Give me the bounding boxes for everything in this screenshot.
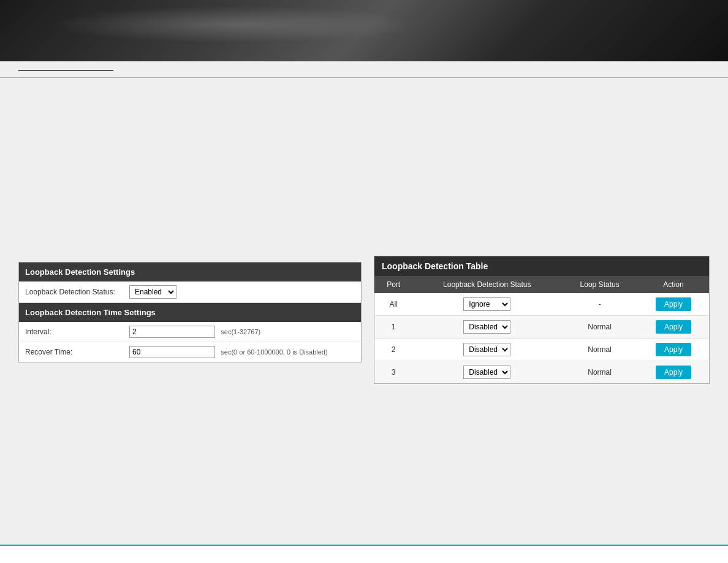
settings-title: Loopback Detection Settings	[19, 262, 361, 282]
status-select-1[interactable]: DisabledEnabledIgnore	[463, 320, 510, 334]
recover-row: Recover Time: sec(0 or 60-1000000, 0 is …	[19, 342, 361, 362]
port-cell-0: All	[374, 293, 412, 316]
status-select-3[interactable]: DisabledEnabledIgnore	[463, 366, 510, 379]
status-cell-2: DisabledEnabledIgnore	[412, 339, 561, 361]
table-row: 1DisabledEnabledIgnoreNormalApply	[374, 316, 709, 339]
table-row: 3DisabledEnabledIgnoreNormalApply	[374, 361, 709, 384]
interval-hint: sec(1-32767)	[221, 328, 260, 335]
interval-input[interactable]	[129, 326, 215, 338]
action-cell-3: Apply	[638, 361, 709, 384]
port-cell-3: 3	[374, 361, 412, 384]
loop-status-cell-2: Normal	[561, 339, 638, 361]
apply-button-3[interactable]: Apply	[656, 366, 691, 379]
status-cell-0: IgnoreDisabledEnabled	[412, 293, 561, 316]
status-cell-3: DisabledEnabledIgnore	[412, 361, 561, 384]
apply-button-2[interactable]: Apply	[656, 343, 691, 356]
loop-status-cell-1: Normal	[561, 316, 638, 339]
status-label: Loopback Detection Status:	[25, 288, 129, 296]
detection-table: Port Loopback Detection Status Loop Stat…	[374, 276, 709, 383]
status-select-2[interactable]: DisabledEnabledIgnore	[463, 343, 510, 356]
interval-label: Interval:	[25, 327, 129, 336]
status-row: Loopback Detection Status: Enabled Disab…	[19, 282, 361, 303]
nav-area	[0, 61, 728, 78]
interval-row: Interval: sec(1-32767)	[19, 322, 361, 342]
col-detection-status: Loopback Detection Status	[412, 276, 561, 293]
loop-status-cell-0: -	[561, 293, 638, 316]
detection-table-wrapper: Loopback Detection Table Port Loopback D…	[374, 256, 710, 384]
loop-status-cell-3: Normal	[561, 361, 638, 384]
table-header-row: Port Loopback Detection Status Loop Stat…	[374, 276, 709, 293]
recover-hint: sec(0 or 60-1000000, 0 is Disabled)	[221, 348, 327, 356]
col-loop-status: Loop Status	[561, 276, 638, 293]
col-port: Port	[374, 276, 412, 293]
footer	[0, 545, 728, 563]
header-banner	[0, 0, 728, 61]
time-settings-title: Loopback Detection Time Settings	[19, 303, 361, 322]
settings-box: Loopback Detection Settings Loopback Det…	[18, 262, 362, 362]
apply-button-0[interactable]: Apply	[656, 297, 691, 311]
detection-table-title: Loopback Detection Table	[374, 256, 709, 276]
recover-value-cell: sec(0 or 60-1000000, 0 is Disabled)	[129, 346, 355, 358]
action-cell-2: Apply	[638, 339, 709, 361]
table-row: AllIgnoreDisabledEnabled-Apply	[374, 293, 709, 316]
table-row: 2DisabledEnabledIgnoreNormalApply	[374, 339, 709, 361]
status-select[interactable]: Enabled Disabled	[129, 285, 176, 299]
apply-button-1[interactable]: Apply	[656, 320, 691, 334]
recover-input[interactable]	[129, 346, 215, 358]
status-cell-1: DisabledEnabledIgnore	[412, 316, 561, 339]
status-select-0[interactable]: IgnoreDisabledEnabled	[463, 297, 510, 311]
status-value: Enabled Disabled	[129, 285, 355, 299]
breadcrumb	[18, 67, 113, 71]
port-cell-1: 1	[374, 316, 412, 339]
action-cell-1: Apply	[638, 316, 709, 339]
action-cell-0: Apply	[638, 293, 709, 316]
main-content: Loopback Detection Settings Loopback Det…	[0, 78, 728, 390]
col-action: Action	[638, 276, 709, 293]
interval-value-cell: sec(1-32767)	[129, 326, 355, 338]
left-panel: Loopback Detection Settings Loopback Det…	[18, 84, 362, 384]
recover-label: Recover Time:	[25, 348, 129, 356]
right-panel: Loopback Detection Table Port Loopback D…	[374, 84, 710, 384]
port-cell-2: 2	[374, 339, 412, 361]
